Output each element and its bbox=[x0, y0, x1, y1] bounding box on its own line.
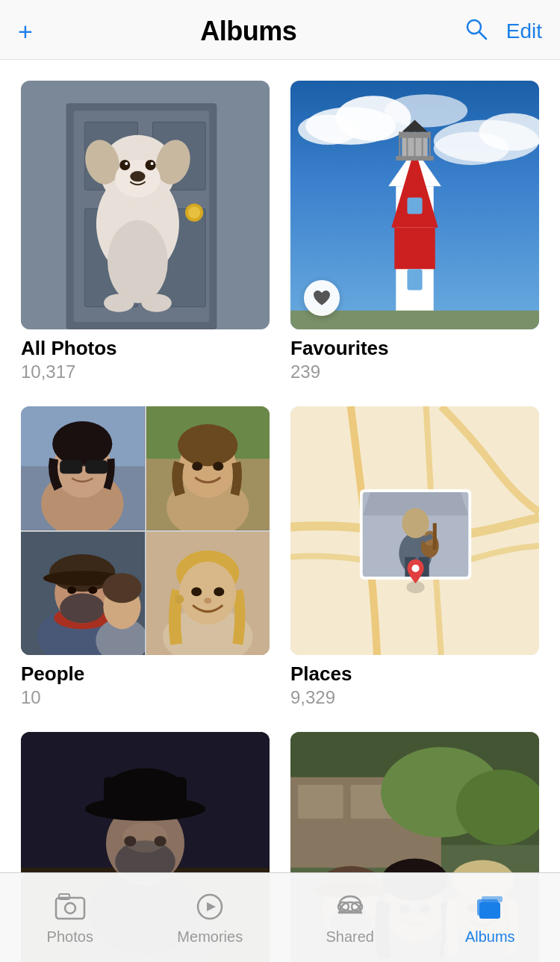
album-item-all-photos[interactable]: All Photos 10,317 bbox=[21, 81, 270, 382]
album-name-all-photos: All Photos bbox=[21, 337, 270, 360]
header: + Albums Edit bbox=[0, 0, 560, 60]
album-count-all-photos: 10,317 bbox=[21, 361, 270, 382]
svg-rect-48 bbox=[407, 197, 422, 214]
svg-point-101 bbox=[411, 565, 419, 572]
header-left: + bbox=[18, 19, 33, 44]
svg-point-73 bbox=[67, 586, 76, 594]
people-cell-3 bbox=[21, 532, 145, 656]
album-thumb-people bbox=[21, 406, 270, 655]
svg-point-22 bbox=[104, 294, 134, 312]
edit-button[interactable]: Edit bbox=[506, 19, 542, 43]
content: All Photos 10,317 bbox=[0, 60, 560, 962]
people-cell-1 bbox=[21, 406, 145, 530]
svg-line-1 bbox=[479, 32, 486, 39]
svg-point-16 bbox=[119, 160, 130, 170]
svg-point-83 bbox=[214, 587, 224, 596]
svg-rect-112 bbox=[104, 778, 187, 811]
album-name-people: People bbox=[21, 662, 270, 686]
album-thumb-favourites bbox=[290, 81, 539, 329]
album-item-places[interactable]: Places 9,329 bbox=[290, 406, 539, 708]
shared-icon bbox=[332, 890, 369, 924]
svg-point-81 bbox=[179, 562, 236, 624]
svg-point-85 bbox=[204, 598, 211, 603]
svg-point-30 bbox=[434, 132, 509, 165]
svg-line-96 bbox=[407, 542, 420, 546]
svg-rect-56 bbox=[85, 460, 108, 474]
album-count-places: 9,329 bbox=[290, 687, 539, 708]
heart-badge bbox=[304, 280, 340, 316]
tab-item-memories[interactable]: Memories bbox=[150, 890, 270, 946]
tab-item-albums[interactable]: Albums bbox=[430, 890, 550, 946]
album-name-favourites: Favourites bbox=[290, 337, 539, 360]
svg-point-23 bbox=[141, 294, 171, 312]
svg-point-54 bbox=[52, 421, 112, 466]
svg-rect-143 bbox=[56, 898, 84, 919]
svg-rect-55 bbox=[60, 460, 82, 474]
svg-point-27 bbox=[298, 114, 358, 144]
album-count-favourites: 239 bbox=[290, 361, 539, 382]
tab-label-albums: Albums bbox=[465, 928, 515, 946]
tab-item-shared[interactable]: Shared bbox=[290, 890, 410, 946]
tab-label-photos: Photos bbox=[47, 928, 93, 946]
svg-point-31 bbox=[385, 94, 467, 127]
memories-icon bbox=[191, 890, 228, 924]
page-title: Albums bbox=[200, 16, 296, 47]
svg-rect-119 bbox=[298, 785, 343, 819]
svg-rect-47 bbox=[407, 269, 422, 290]
svg-rect-153 bbox=[482, 896, 503, 902]
album-item-favourites[interactable]: Favourites 239 bbox=[290, 81, 539, 382]
svg-point-18 bbox=[125, 162, 128, 165]
svg-point-82 bbox=[191, 587, 202, 596]
album-name-places: Places bbox=[290, 662, 539, 686]
tab-bar: Photos Memories Shared bbox=[0, 872, 560, 962]
search-button[interactable] bbox=[464, 17, 488, 45]
svg-point-63 bbox=[178, 424, 237, 466]
albums-grid: All Photos 10,317 bbox=[0, 60, 560, 962]
svg-point-10 bbox=[188, 207, 200, 219]
svg-point-84 bbox=[175, 595, 184, 603]
people-cell-4 bbox=[146, 532, 270, 656]
add-button[interactable]: + bbox=[18, 19, 33, 44]
album-thumb-all-photos bbox=[21, 81, 270, 329]
svg-point-70 bbox=[60, 593, 105, 623]
header-right: Edit bbox=[464, 17, 542, 45]
svg-point-17 bbox=[146, 160, 156, 170]
svg-point-20 bbox=[130, 171, 145, 181]
svg-point-148 bbox=[340, 896, 361, 911]
albums-icon bbox=[471, 890, 508, 924]
svg-point-115 bbox=[122, 822, 168, 852]
album-item-people[interactable]: People 10 bbox=[21, 406, 270, 708]
svg-point-74 bbox=[88, 586, 97, 594]
tab-label-memories: Memories bbox=[177, 928, 243, 946]
album-thumb-places bbox=[290, 406, 539, 655]
svg-point-64 bbox=[192, 462, 202, 471]
svg-marker-147 bbox=[207, 902, 216, 911]
svg-point-77 bbox=[102, 573, 141, 603]
tab-item-photos[interactable]: Photos bbox=[10, 890, 130, 946]
photos-icon bbox=[52, 890, 89, 924]
svg-point-145 bbox=[65, 903, 75, 913]
svg-rect-33 bbox=[394, 228, 435, 270]
svg-point-21 bbox=[108, 220, 168, 303]
tab-label-shared: Shared bbox=[326, 928, 375, 946]
svg-point-19 bbox=[151, 162, 154, 165]
svg-point-65 bbox=[213, 462, 223, 471]
svg-rect-95 bbox=[433, 523, 437, 549]
album-count-people: 10 bbox=[21, 687, 270, 708]
people-cell-2 bbox=[146, 406, 270, 530]
